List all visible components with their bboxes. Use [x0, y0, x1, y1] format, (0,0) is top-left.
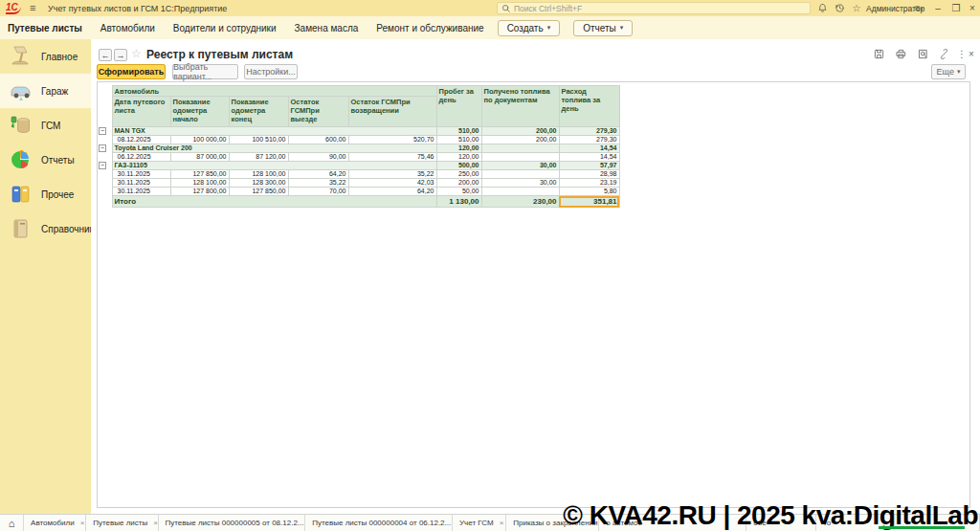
- column-header-vehicle[interactable]: Автомобиль: [112, 86, 436, 97]
- back-button[interactable]: ←: [99, 49, 112, 61]
- column-header-polucheno[interactable]: Получено топлива по документам: [481, 86, 559, 127]
- row-margin[interactable]: [98, 136, 112, 144]
- global-search[interactable]: [497, 2, 811, 14]
- cell-probeg[interactable]: 120,00: [436, 153, 481, 162]
- cell-date[interactable]: 08.12.2025: [112, 136, 170, 144]
- close-icon[interactable]: ×: [965, 1, 980, 15]
- cell-probeg[interactable]: 1 130,00: [436, 196, 481, 208]
- save-icon[interactable]: [874, 49, 884, 62]
- close-report-icon[interactable]: ×: [969, 49, 974, 60]
- cell-polucheno[interactable]: [481, 170, 559, 179]
- cell-vehicle[interactable]: Toyota Land Cruiser 200: [112, 144, 436, 153]
- row-margin[interactable]: −: [98, 162, 112, 170]
- column-header-odo-start[interactable]: Показание одометра начало: [170, 97, 229, 127]
- cell-rashod[interactable]: 279,30: [559, 127, 619, 136]
- cell-polucheno[interactable]: [481, 153, 559, 162]
- settings-button[interactable]: Настройки...: [244, 64, 298, 79]
- reports-button[interactable]: Отчеты▾: [573, 20, 633, 36]
- cell-odo-end[interactable]: 100 510,00: [229, 136, 288, 144]
- cell-polucheno[interactable]: 230,00: [481, 196, 559, 208]
- print-icon[interactable]: [896, 49, 906, 62]
- cell-odo-start[interactable]: 87 000,00: [170, 153, 229, 162]
- cell-vehicle[interactable]: ГАЗ-31105: [112, 162, 436, 170]
- cell-fuel-ret[interactable]: 42,03: [348, 179, 436, 188]
- cell-probeg[interactable]: 510,00: [436, 127, 481, 136]
- cell-fuel-out[interactable]: 600,00: [288, 136, 348, 144]
- minimize-icon[interactable]: –: [930, 1, 946, 15]
- collapse-group-icon[interactable]: −: [99, 162, 106, 169]
- cell-odo-end[interactable]: 127 850,00: [229, 188, 288, 196]
- column-header-fuel-out[interactable]: Остаток ГСМПри выезде: [288, 97, 348, 127]
- column-header-date[interactable]: Дата путевого листа: [112, 97, 170, 127]
- cell-fuel-out[interactable]: 35,22: [288, 179, 348, 188]
- main-menu-icon[interactable]: ≡: [30, 2, 35, 14]
- cell-polucheno[interactable]: 30,00: [481, 179, 559, 188]
- collapse-group-icon[interactable]: −: [99, 144, 106, 152]
- cell-probeg[interactable]: 50,00: [436, 188, 481, 196]
- row-margin[interactable]: [98, 153, 112, 162]
- cell-fuel-out[interactable]: 90,00: [288, 153, 348, 162]
- cell-rashod[interactable]: 57,97: [559, 162, 619, 170]
- preview-icon[interactable]: [918, 49, 928, 62]
- cell-odo-end[interactable]: 87 120,00: [229, 153, 288, 162]
- cell-date[interactable]: 30.11.2025: [112, 170, 170, 179]
- cell-odo-start[interactable]: 127 850,00: [170, 170, 229, 179]
- more-button[interactable]: Еще▾: [931, 64, 966, 79]
- cell-rashod[interactable]: 5,80: [559, 188, 619, 196]
- cell-probeg[interactable]: 510,00: [436, 136, 481, 144]
- cell-fuel-out[interactable]: 64,20: [288, 170, 348, 179]
- cell-probeg[interactable]: 120,00: [436, 144, 481, 153]
- more-icon[interactable]: ⋮: [957, 49, 967, 60]
- column-header-rashod[interactable]: Расход топлива за день: [559, 86, 619, 127]
- create-button[interactable]: Создать▾: [498, 20, 561, 36]
- row-margin[interactable]: [98, 170, 112, 179]
- row-margin[interactable]: [98, 179, 112, 188]
- cell-fuel-ret[interactable]: 64,20: [348, 188, 436, 196]
- cell-rashod[interactable]: 14,54: [559, 144, 619, 153]
- column-header-fuel-ret[interactable]: Остаток ГСМПри возвращении: [348, 97, 436, 127]
- cell-probeg[interactable]: 250,00: [436, 170, 481, 179]
- cell-fuel-ret[interactable]: 35,22: [348, 170, 436, 179]
- cell-date[interactable]: 30.11.2025: [112, 179, 170, 188]
- cell-rashod[interactable]: 14,54: [559, 153, 619, 162]
- menu-item-zamena-masla[interactable]: Замена масла: [295, 23, 359, 33]
- cell-polucheno[interactable]: [481, 144, 559, 153]
- cell-odo-start[interactable]: 100 000,00: [170, 136, 229, 144]
- column-header-odo-end[interactable]: Показание одометра конец: [229, 97, 288, 127]
- menu-item-avtomobili[interactable]: Автомобили: [100, 23, 155, 33]
- cell-rashod[interactable]: 279,30: [559, 136, 619, 144]
- sidebar-item-garazh[interactable]: Гараж: [0, 74, 91, 108]
- sidebar-item-gsm[interactable]: ГСМ: [0, 108, 91, 143]
- row-margin[interactable]: −: [98, 144, 112, 153]
- cell-date[interactable]: 06.12.2025: [112, 153, 170, 162]
- cell-odo-end[interactable]: 128 300,00: [229, 179, 288, 188]
- row-margin[interactable]: [98, 188, 112, 196]
- cell-rashod[interactable]: 23,19: [559, 179, 619, 188]
- row-margin[interactable]: −: [98, 127, 112, 136]
- cell-total-label[interactable]: Итого: [112, 196, 436, 208]
- report-spreadsheet[interactable]: Автомобиль Пробег за день Получено топли…: [97, 81, 970, 508]
- menu-item-remont-i-obsluzhivanie[interactable]: Ремонт и обслуживание: [376, 23, 483, 33]
- cell-fuel-ret[interactable]: 520,70: [348, 136, 436, 144]
- collapse-group-icon[interactable]: −: [99, 127, 106, 135]
- choose-variant-button[interactable]: Выбрать вариант...: [172, 64, 238, 79]
- column-header-probeg[interactable]: Пробег за день: [436, 86, 481, 127]
- search-input[interactable]: [511, 4, 789, 13]
- cell-odo-end[interactable]: 128 100,00: [229, 170, 288, 179]
- cell-odo-start[interactable]: 127 800,00: [170, 188, 229, 196]
- favorites-icon[interactable]: ☆: [849, 1, 864, 15]
- sidebar-item-spravochniki[interactable]: Справочники: [0, 211, 91, 246]
- cell-date[interactable]: 30.11.2025: [112, 188, 170, 196]
- sidebar-item-prochee[interactable]: Прочее: [0, 177, 91, 211]
- cell-probeg[interactable]: 200,00: [436, 179, 481, 188]
- cell-rashod[interactable]: 28,98: [559, 170, 619, 179]
- menu-item-putevye-listy[interactable]: Путевые листы: [8, 23, 82, 33]
- sidebar-item-otchety[interactable]: Отчеты: [0, 143, 91, 177]
- user-settings-icon[interactable]: ≡▾: [911, 1, 926, 15]
- cell-fuel-out[interactable]: 70,00: [288, 188, 348, 196]
- cell-polucheno[interactable]: 200,00: [481, 127, 559, 136]
- cell-fuel-ret[interactable]: 75,46: [348, 153, 436, 162]
- report-star-icon[interactable]: ☆: [131, 47, 142, 60]
- cell-probeg[interactable]: 500,00: [436, 162, 481, 170]
- generate-button[interactable]: Сформировать: [97, 64, 166, 79]
